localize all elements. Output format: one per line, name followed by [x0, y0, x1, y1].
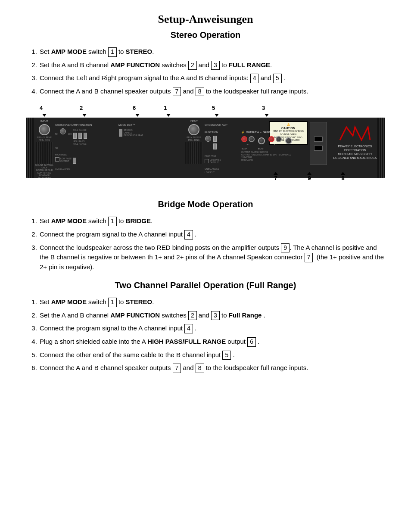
parallel-section: Two Channel Parallel Operation (Full Ran…	[26, 280, 385, 373]
ch-b-controls: CROSSOVER AMP FUNCTION HIGH PASS LOW PAS…	[205, 120, 241, 174]
page-title: Setup-Anweisungen	[26, 13, 385, 26]
parallel-step-2: Set the A and B channel AMP FUNCTION swi…	[39, 311, 385, 320]
high-pass-label: HIGH PASS/FULL RANGE	[147, 338, 226, 345]
peavey-logo: PEAVEY ELECTRONICS CORPORATIONMERIDIAN, …	[329, 120, 381, 163]
bridge-num-4: 4	[184, 230, 193, 240]
mode-section: MODE DCT™ STEREOENABLEBRIDGE FOR FEAT	[118, 120, 151, 137]
bridge-num-1: 1	[108, 217, 117, 226]
bridge-step-1: Set AMP MODE switch 1 to BRIDGE.	[39, 216, 385, 226]
parallel-step-6: Connect the A and B channel speaker outp…	[39, 363, 385, 373]
num-box-5: 5	[273, 74, 282, 83]
bottom-label-8: 8	[341, 175, 344, 181]
amp-function-parallel-label: AMP FUNCTION	[110, 311, 160, 319]
parallel-step-5: Connect the other end of the same cable …	[39, 350, 385, 360]
parallel-num-5: 5	[222, 351, 231, 360]
amp-mode-label: AMP MODE	[51, 48, 87, 55]
stereo-step-4: Connect the A and B channel speaker outp…	[39, 87, 385, 96]
amp-label-2: 2	[80, 105, 83, 111]
parallel-num-2: 2	[188, 311, 197, 320]
bottom-label-9: 9	[308, 175, 311, 181]
bridge-step-2: Connect the program signal to the A chan…	[39, 230, 385, 240]
amp-label-5: 5	[212, 105, 215, 111]
num-box-8: 8	[196, 87, 204, 96]
bridge-step-3: Connect the loudspeaker across the two R…	[39, 243, 385, 272]
bridge-steps: Set AMP MODE switch 1 to BRIDGE. Connect…	[39, 216, 385, 272]
ch-b-input: INPUT PR1+ SLEEVE PR3+ RING	[183, 120, 205, 164]
bridge-label: BRIDGE	[126, 217, 151, 224]
amp-panel: INPUT PR1+ SLEEVE PR3+ RING MOUNT IN PAN…	[26, 118, 385, 178]
stereo-label: STEREO	[126, 48, 153, 55]
num-box-4: 4	[250, 74, 259, 83]
ch-a-input: INPUT PR1+ SLEEVE PR3+ RING MOUNT IN PAN…	[34, 120, 55, 178]
parallel-num-6: 6	[247, 337, 256, 347]
amp-label-6: 6	[133, 105, 136, 111]
parallel-num-7: 7	[173, 364, 181, 373]
amp-label-1: 1	[164, 105, 167, 111]
stereo-steps: Set AMP MODE switch 1 to STEREO. Set the…	[39, 47, 385, 96]
parallel-heading: Two Channel Parallel Operation (Full Ran…	[26, 280, 385, 290]
output-section: ⚡ OUTPUT A ← BRIDGE → OUTPUT B + -	[241, 131, 319, 161]
amp-label-3: 3	[262, 105, 265, 111]
parallel-num-8: 8	[196, 364, 204, 373]
bottom-arrow-area: 7 9 8	[274, 172, 345, 181]
ch-a-controls: CROSSOVER AMP FUNCTION 50 100 FULL RANGE	[55, 120, 94, 171]
amp-function-label: AMP FUNCTION	[110, 61, 160, 68]
parallel-num-4: 4	[184, 324, 193, 333]
power-section	[310, 122, 327, 165]
parallel-step-1: Set AMP MODE switch 1 to STEREO.	[39, 297, 385, 307]
stereo-step-2: Set the A and B channel AMP FUNCTION swi…	[39, 60, 385, 70]
num-box-3: 3	[211, 61, 220, 70]
num-box-1: 1	[108, 47, 117, 57]
bottom-label-7: 7	[274, 175, 277, 181]
full-range-label: FULL RANGE	[229, 61, 270, 68]
stereo-parallel-label: STEREO	[126, 298, 153, 305]
vent-left	[26, 118, 34, 178]
num-box-7: 7	[173, 87, 181, 96]
stereo-step-1: Set AMP MODE switch 1 to STEREO.	[39, 47, 385, 57]
bridge-heading: Bridge Mode Operation	[26, 199, 385, 209]
amp-label-4: 4	[40, 105, 43, 111]
bridge-num-7: 7	[305, 253, 313, 262]
parallel-num-1: 1	[108, 298, 117, 307]
parallel-step-4: Plug a short shielded cable into the A H…	[39, 337, 385, 347]
bridge-section: Bridge Mode Operation Set AMP MODE switc…	[26, 199, 385, 272]
vent-right	[377, 118, 385, 178]
amp-diagram: 4 2 6 1 5 3 INPUT PR1+ SLEEVE PR3+ RING …	[26, 105, 385, 191]
stereo-section: Stereo Operation Set AMP MODE switch 1 t…	[26, 30, 385, 96]
parallel-step-3: Connect the program signal to the A chan…	[39, 324, 385, 333]
stereo-step-3: Connect the Left and Right program signa…	[39, 73, 385, 83]
parallel-steps: Set AMP MODE switch 1 to STEREO. Set the…	[39, 297, 385, 373]
amp-mode-bridge-label: AMP MODE	[51, 217, 87, 224]
full-range-parallel-label: Full Range	[229, 311, 262, 319]
num-box-2: 2	[188, 61, 197, 70]
bridge-num-9: 9	[281, 243, 290, 253]
parallel-num-3: 3	[211, 311, 220, 320]
amp-mode-parallel-label: AMP MODE	[51, 298, 87, 305]
stereo-heading: Stereo Operation	[26, 30, 385, 40]
